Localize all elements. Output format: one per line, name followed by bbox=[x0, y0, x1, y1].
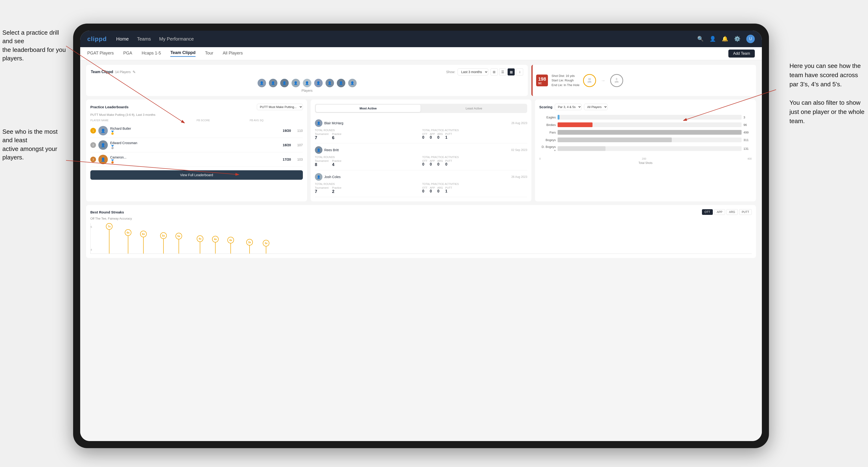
nav-teams[interactable]: Teams bbox=[137, 36, 151, 42]
people-icon[interactable]: 👤 bbox=[710, 36, 716, 42]
filter-arg[interactable]: ARG bbox=[726, 209, 738, 215]
shot-number-label: SC bbox=[538, 82, 546, 85]
settings-icon[interactable]: ⚙️ bbox=[734, 36, 740, 42]
view-icons: ⊞ ☰ ▦ ⫶ bbox=[491, 68, 523, 75]
blair-name: Blair McHarg bbox=[324, 121, 343, 125]
streak-pin-5x-1[interactable]: 5x bbox=[160, 232, 167, 253]
shot-number: 198 SC bbox=[536, 74, 548, 86]
rees-header: 👤 Rees Britt 02 Sep 2023 bbox=[315, 146, 527, 154]
streak-pin-line-6x-1 bbox=[128, 236, 128, 253]
josh-practice-label: Practice bbox=[332, 186, 342, 189]
subnav-all-players[interactable]: All Players bbox=[223, 51, 243, 57]
subnav-hcaps[interactable]: Hcaps 1-5 bbox=[142, 51, 161, 57]
subnav-pga[interactable]: PGA bbox=[123, 51, 132, 57]
shot-card: 198 SC Shot Dist: 16 yds Start Lie: Roug… bbox=[531, 65, 756, 96]
player-1-score: 19/20 bbox=[279, 129, 291, 132]
scoring-header: Scoring Par 3, 4 & 5s All Players bbox=[539, 104, 752, 110]
streak-pin-circle-5x-2: 5x bbox=[176, 233, 182, 239]
leaderboard-col-headers: PLAYER NAME PB SCORE PB AVG SQ bbox=[90, 119, 303, 122]
view-full-leaderboard-button[interactable]: View Full Leaderboard bbox=[90, 170, 303, 180]
total-shots-label: Total Shots bbox=[539, 161, 752, 165]
search-icon[interactable]: 🔍 bbox=[697, 36, 704, 42]
eagles-fill bbox=[558, 115, 559, 120]
least-active-tab[interactable]: Least Active bbox=[422, 105, 526, 112]
player-avatar-7[interactable]: 👤 bbox=[325, 78, 335, 88]
rank-badge-2: 2 bbox=[90, 142, 96, 148]
streak-pin-circle-4x-2: 4x bbox=[212, 236, 219, 243]
shot-info: Shot Dist: 16 yds Start Lie: Rough End L… bbox=[552, 73, 579, 88]
activity-tabs: Most Active Least Active bbox=[315, 104, 527, 113]
players-label: Players bbox=[302, 89, 312, 92]
drill-select[interactable]: PUTT Must Make Putting... bbox=[257, 104, 303, 110]
leaderboards-header: Practice Leaderboards PUTT Must Make Put… bbox=[90, 104, 303, 110]
view-list-icon[interactable]: ☰ bbox=[499, 68, 506, 75]
streak-pin-circle-3x-1: 3x bbox=[246, 239, 253, 246]
rees-activities-section: Total Practice Activities OTT0 APP0 ARG0… bbox=[422, 156, 527, 167]
rees-arg-label: ARG bbox=[437, 159, 443, 162]
player-1-info: Richard Butler 🥇 bbox=[110, 127, 277, 135]
view-card-icon[interactable]: ▦ bbox=[507, 68, 515, 75]
ipad-screen: clippd Home Teams My Performance 🔍 👤 🔔 ⚙… bbox=[80, 31, 762, 441]
player-avatar-3[interactable]: 👤 bbox=[280, 78, 289, 88]
user-avatar[interactable]: U bbox=[746, 35, 755, 43]
shot-circle-1-value: 16 bbox=[588, 78, 591, 81]
streak-pin-4x-1[interactable]: 4x bbox=[197, 236, 203, 253]
filter-ott[interactable]: OTT bbox=[702, 209, 713, 215]
streak-pin-4x-3[interactable]: 4x bbox=[227, 237, 234, 253]
team-count: 14 Players bbox=[115, 70, 131, 74]
josh-arg-label: ARG bbox=[437, 186, 443, 189]
shot-circle-1-label: yds bbox=[588, 81, 591, 83]
rees-app-val: 0 bbox=[430, 162, 435, 166]
y-axis-top: 6 bbox=[91, 225, 92, 228]
streaks-title: Best Round Streaks bbox=[90, 210, 124, 214]
add-team-button[interactable]: Add Team bbox=[728, 50, 755, 58]
subnav-team-clippd[interactable]: Team Clippd bbox=[170, 50, 195, 57]
josh-tournament-val: 7 bbox=[315, 189, 329, 194]
streak-pin-6x-2[interactable]: 6x bbox=[140, 231, 147, 253]
rank-badge-1: 1 bbox=[90, 128, 96, 133]
filter-putt[interactable]: PUTT bbox=[739, 209, 752, 215]
streak-pin-3x-1[interactable]: 3x bbox=[246, 239, 253, 253]
streak-pin-5x-2[interactable]: 5x bbox=[176, 233, 182, 253]
subnav-tour[interactable]: Tour bbox=[205, 51, 213, 57]
filter-app[interactable]: APP bbox=[714, 209, 725, 215]
blair-practice-val: 6 bbox=[332, 135, 342, 140]
streak-pin-6x-1[interactable]: 6x bbox=[125, 229, 131, 253]
rees-putt-val: 0 bbox=[445, 162, 452, 166]
streak-pin-circle-4x-3: 4x bbox=[227, 237, 234, 243]
view-grid-icon[interactable]: ⊞ bbox=[491, 68, 498, 75]
scoring-par-filter[interactable]: Par 3, 4 & 5s bbox=[555, 104, 582, 110]
edit-icon[interactable]: ✎ bbox=[132, 70, 135, 74]
player-avatar-5[interactable]: 👤 bbox=[302, 78, 312, 88]
player-avatar-1[interactable]: 👤 bbox=[257, 78, 267, 88]
navbar-icons: 🔍 👤 🔔 ⚙️ U bbox=[697, 35, 755, 43]
most-active-tab[interactable]: Most Active bbox=[316, 105, 421, 112]
player-3-info: Cameron... 🥉 bbox=[110, 155, 277, 164]
subnav-pgat[interactable]: PGAT Players bbox=[87, 51, 114, 57]
player-avatar-9[interactable]: 👤 bbox=[348, 78, 357, 88]
player-avatar-4[interactable]: 👤 bbox=[291, 78, 301, 88]
blair-date: 26 Aug 2023 bbox=[512, 121, 527, 125]
pars-label: Pars bbox=[539, 131, 556, 134]
shot-circles: 16 yds → 0 yds bbox=[583, 74, 623, 87]
streak-pin-3x-2[interactable]: 3x bbox=[263, 240, 269, 253]
birdies-value: 96 bbox=[743, 123, 752, 127]
streak-pin-4x-2[interactable]: 4x bbox=[212, 236, 219, 253]
nav-my-performance[interactable]: My Performance bbox=[159, 36, 194, 42]
view-stats-icon[interactable]: ⫶ bbox=[516, 68, 523, 75]
nav-home[interactable]: Home bbox=[116, 36, 129, 42]
rees-ott-val: 0 bbox=[422, 162, 427, 166]
streak-pin-7x-1[interactable]: 7x bbox=[106, 223, 113, 253]
streak-pin-line-4x-2 bbox=[215, 243, 216, 253]
scoring-player-filter[interactable]: All Players bbox=[584, 104, 608, 110]
blair-header: 👤 Blair McHarg 26 Aug 2023 bbox=[315, 119, 527, 127]
team-players-header: Team Clippd 14 Players ✎ Show: Last 3 mo… bbox=[91, 68, 523, 75]
blair-putt-label: PUTT bbox=[445, 132, 452, 135]
show-select[interactable]: Last 3 months Last 6 months Last year bbox=[458, 68, 488, 75]
bell-icon[interactable]: 🔔 bbox=[722, 36, 728, 42]
player-avatar-8[interactable]: 👤 bbox=[336, 78, 346, 88]
josh-ott-label: OTT bbox=[422, 186, 427, 189]
player-avatar-6[interactable]: 👤 bbox=[314, 78, 323, 88]
josh-activities-title: Total Practice Activities bbox=[422, 183, 527, 185]
player-avatar-2[interactable]: 👤 bbox=[269, 78, 278, 88]
